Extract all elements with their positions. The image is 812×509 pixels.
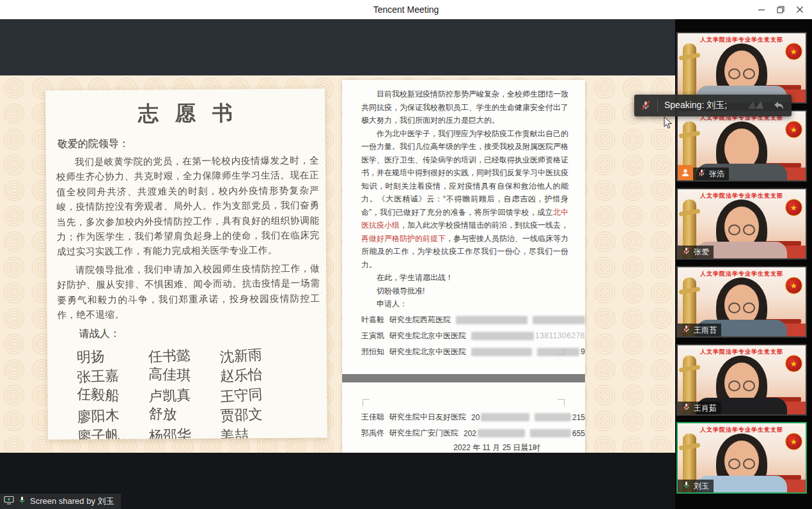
applicant-name: 王寅凯 [361, 331, 384, 341]
participant-video[interactable]: 人文学院法学专业学生党支部 ★ [676, 32, 807, 104]
handwritten-paragraph: 我们是岐黄学院的党员，在第一轮校内疫情爆发之时，全校师生齐心协力、共克时艰，全力… [56, 153, 320, 260]
participant-nameplate: 王雨苔 [678, 324, 721, 336]
applicant-unit: 研究生院北京中医医院 [389, 347, 466, 357]
participant-name: 王肖茹 [694, 403, 717, 414]
participant-nameplate: 刘玉 [678, 480, 714, 492]
body-text: 作为北中医学子，我们理应为学校防疫工作贡献出自己的一份力量。我们几位高年级的学生… [361, 129, 568, 217]
body-text: ，加入此次学校疫情阻击的前沿，到抗疫一线去， [400, 221, 568, 230]
applicant-row: 王佳聪研究生院中日友好医院20215 [342, 409, 585, 425]
network-quality-icon [746, 98, 772, 113]
participant-name: 张爱 [694, 247, 709, 258]
redacted-text [530, 429, 571, 437]
close-icon[interactable] [790, 0, 809, 19]
applicants-list-page1: 叶嘉毅研究生院西苑医院王寅凯研究生院北京中医医院13811306276邢恒知研究… [342, 312, 585, 360]
participant-name: 刘玉 [694, 481, 709, 492]
highlighted-text: 再做好严格防护的前提下 [361, 234, 446, 243]
redacted-text [478, 429, 525, 437]
signature: 贾邵文 [220, 403, 292, 426]
signature: 舒放 [148, 404, 221, 426]
glasses-graphic [726, 458, 757, 469]
signatures-grid: 明扬任书懿沈新雨张王嘉高佳琪赵乐怡任毅船卢凯真王守同廖阳木舒放贾邵文廖子帆杨邵华… [77, 345, 327, 440]
party-emblem-icon: ★ [785, 43, 802, 60]
participant-video[interactable]: 人文学院法学专业学生党支部 ★ [676, 188, 807, 260]
signature: 廖阳木 [77, 404, 149, 427]
participant-video[interactable]: 人文学院法学专业学生党支部 ★ [676, 110, 807, 182]
party-emblem-icon: ★ [785, 199, 802, 216]
redacted-text [456, 316, 527, 324]
glasses-graphic [726, 68, 757, 79]
phone-fragment: 202 [464, 429, 476, 438]
text-boundary-mark [558, 399, 565, 406]
participant-video[interactable]: 人文学院法学专业学生党支部 ★ [676, 344, 807, 416]
participant-nameplate: 张爱 [678, 246, 714, 258]
applicants-list-page2: 王佳聪研究生院中日友好医院20215郭禹佟研究生院广安门医院202655 [342, 384, 585, 441]
share-status-label: Screen shared by 刘玉 [30, 496, 114, 507]
restore-icon[interactable] [771, 0, 790, 19]
applicant-unit: 研究生院西苑医院 [389, 315, 451, 325]
glasses-graphic [726, 302, 757, 313]
handwritten-paragraph: 请院领导批准，我们申请加入校园师生疫情防控工作，做好防护、服从安排、不惧困难、闻… [57, 260, 320, 322]
signature: 高佳琪 [148, 364, 221, 386]
participants-sidebar: 人文学院法学专业学生党支部 ★ [675, 19, 812, 509]
typed-letter-page-2: 王佳聪研究生院中日友好医院20215郭禹佟研究生院广安门医院202655 202… [342, 382, 585, 453]
window-controls [752, 0, 809, 19]
participant-name: 张浩 [709, 169, 724, 180]
participant-video[interactable]: 人文学院法学专业学生党支部 ★ [676, 422, 807, 494]
redacted-text [471, 332, 534, 340]
applicant-name: 王佳聪 [361, 412, 384, 423]
party-emblem-icon: ★ [785, 277, 802, 294]
reply-arrow-icon[interactable] [772, 100, 785, 111]
redacted-text [481, 413, 529, 421]
glasses-graphic [726, 224, 757, 235]
applicant-unit: 研究生院中日友好医院 [389, 412, 466, 423]
screen-share-badge: Screen shared by 刘玉 [0, 494, 121, 509]
muted-mic-icon [641, 100, 651, 111]
speaking-toast: Speaking: 刘玉; [634, 95, 792, 116]
approval-plea-line: 切盼领导批准! [342, 285, 585, 298]
participant-label-row: 张浩 [678, 165, 729, 180]
shared-screen-area: 志愿书 敬爱的院领导： 我们是岐黄学院的党员，在第一轮校内疫情爆发之时，全校师生… [0, 19, 675, 509]
battle-request-line: 在此，学生请愿出战！ [342, 271, 585, 285]
signature-row: 廖子帆杨邵华姜喆 [77, 424, 327, 440]
window-title: Tencent Meeting [0, 0, 812, 19]
document-background: 志愿书 敬爱的院领导： 我们是岐黄学院的党员，在第一轮校内疫情爆发之时，全校师生… [0, 75, 675, 453]
shared-app-top-chrome [0, 19, 675, 75]
participant-label-row: 王雨苔 [678, 324, 721, 336]
phone-fragment: 655 [572, 429, 585, 438]
applicant-row: 叶嘉毅研究生院西苑医院 [342, 312, 585, 328]
signature: 廖子帆 [77, 424, 149, 439]
signature: 杨邵华 [148, 424, 221, 440]
tencent-meeting-window: Tencent Meeting 志愿书 敬爱的院领导： 我们是岐黄学院的党员，在… [0, 0, 812, 509]
mouse-cursor [664, 116, 673, 132]
applicant-unit: 研究生院北京中医医院 [389, 331, 466, 341]
phone-fragment: 13811306276 [535, 331, 585, 340]
participant-video[interactable]: 人文学院法学专业学生党支部 ★ [676, 266, 807, 338]
signature: 任毅船 [77, 384, 149, 407]
participant-label-row: 刘玉 [678, 480, 714, 492]
handwritten-salutation: 敬爱的院领导： [58, 136, 325, 151]
handwritten-letter-page: 志愿书 敬爱的院领导： 我们是岐黄学院的党员，在第一轮校内疫情爆发之时，全校师生… [45, 88, 327, 439]
signature: 任书懿 [148, 345, 220, 367]
toast-divider [657, 100, 658, 111]
participant-label-row: 张爱 [678, 246, 714, 258]
muted-mic-icon [698, 168, 706, 180]
glasses-graphic [726, 380, 757, 391]
minimize-icon[interactable] [752, 0, 771, 19]
muted-mic-icon [682, 246, 691, 258]
typed-paragraph: 作为北中医学子，我们理应为学校防疫工作贡献出自己的一份力量。我们几位高年级的学生… [342, 127, 585, 272]
text-boundary-mark [363, 399, 370, 406]
text-boundary-mark [363, 348, 370, 355]
typed-letter-page-1: 目前我校新冠疫情防控形势严峻复杂，全校师生团结一致共同抗疫，为保证我校教职员工、… [342, 80, 585, 374]
party-emblem-icon: ★ [785, 121, 802, 138]
screen-share-icon [4, 496, 14, 507]
attendee-person-icon [678, 165, 693, 180]
signatures-heading: 请战人： [79, 326, 327, 341]
virtual-background: 人文学院法学专业学生党支部 ★ [678, 33, 806, 102]
applicant-name: 郭禹佟 [361, 428, 384, 439]
handwritten-title: 志愿书 [45, 98, 325, 129]
participant-name: 王雨苔 [694, 325, 717, 336]
mic-on-icon [18, 496, 26, 507]
signature: 沈新雨 [219, 343, 292, 367]
phone-fragment: 20 [471, 413, 480, 422]
signature: 赵乐怡 [220, 364, 292, 386]
